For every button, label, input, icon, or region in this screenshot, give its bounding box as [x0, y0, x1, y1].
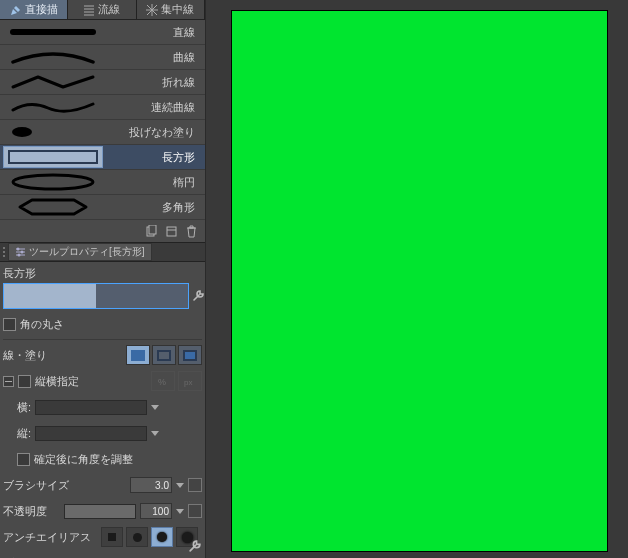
property-tab[interactable]: ツールプロパティ[長方形] [8, 243, 152, 261]
svg-point-20 [18, 253, 21, 256]
aspect-label: 縦横指定 [35, 374, 79, 389]
tool-label: 曲線 [103, 50, 205, 65]
antialias-label: アンチエイリアス [3, 530, 91, 545]
tool-lasso-fill[interactable]: 投げなわ塗り [0, 120, 205, 145]
row-opacity: 不透明度 100 [3, 500, 202, 522]
svg-point-11 [13, 175, 93, 189]
aa-none[interactable] [101, 527, 123, 547]
row-aspect-h: 縦: [17, 422, 202, 444]
tool-label: 直線 [103, 25, 205, 40]
brush-size-label: ブラシサイズ [3, 478, 69, 493]
tab-label: 直接描 [25, 2, 58, 17]
tab-label: 流線 [98, 2, 120, 17]
settings-wrench-icon[interactable] [188, 539, 202, 555]
tool-label: 長方形 [103, 150, 205, 165]
canvas[interactable] [231, 10, 608, 552]
tool-preview [3, 171, 103, 193]
row-brush-size: ブラシサイズ 3.0 [3, 474, 202, 496]
tool-polyline[interactable]: 折れ線 [0, 70, 205, 95]
row-roundness: 角の丸さ [3, 313, 202, 335]
svg-point-19 [21, 250, 24, 253]
svg-rect-13 [149, 225, 156, 234]
tool-preview [3, 71, 103, 93]
tool-rectangle[interactable]: 長方形 [0, 145, 205, 170]
line-fill-label: 線・塗り [3, 348, 47, 363]
svg-point-15 [3, 247, 5, 249]
tool-label: 多角形 [103, 200, 205, 215]
brush-preview[interactable] [3, 283, 189, 309]
brush-size-dynamics[interactable] [188, 478, 202, 492]
roundness-checkbox[interactable] [3, 318, 16, 331]
tool-label: 折れ線 [103, 75, 205, 90]
brush-size-value[interactable]: 3.0 [130, 477, 172, 493]
svg-text:px: px [184, 378, 192, 387]
opacity-slider[interactable] [64, 504, 136, 519]
dropdown-icon[interactable] [151, 405, 159, 410]
tool-continuous-curve[interactable]: 連続曲線 [0, 95, 205, 120]
trash-icon[interactable] [183, 223, 199, 239]
dropdown-icon[interactable] [151, 431, 159, 436]
tool-property-panel: 長方形 角の丸さ 線・塗り [0, 262, 205, 558]
line-fill-modes [126, 345, 202, 365]
tab-focus-lines[interactable]: 集中線 [137, 0, 205, 19]
mode-outline[interactable] [152, 345, 176, 365]
aspect-w-slider[interactable] [35, 400, 147, 415]
tool-curve[interactable]: 曲線 [0, 45, 205, 70]
tab-direct-draw[interactable]: 直接描 [0, 0, 68, 19]
svg-rect-22 [158, 351, 170, 360]
tool-preview [3, 96, 103, 118]
row-antialias: アンチエイリアス [3, 526, 202, 548]
aspect-h-slider[interactable] [35, 426, 147, 441]
svg-rect-21 [131, 350, 145, 361]
tool-preview [3, 46, 103, 68]
stream-lines-icon [83, 4, 95, 16]
aspect-ratio-icon[interactable]: % [151, 371, 175, 391]
aspect-checkbox[interactable] [18, 375, 31, 388]
aspect-w-label: 横: [17, 400, 31, 415]
wrench-icon[interactable] [192, 289, 205, 304]
mode-both[interactable] [178, 345, 202, 365]
svg-line-0 [147, 5, 152, 10]
svg-line-2 [147, 10, 152, 15]
tool-label: 楕円 [103, 175, 205, 190]
tab-label: 集中線 [161, 2, 194, 17]
aspect-expander[interactable] [3, 376, 14, 387]
aspect-h-label: 縦: [17, 426, 31, 441]
canvas-area[interactable] [206, 0, 628, 558]
adjust-after-label: 確定後に角度を調整 [34, 452, 133, 467]
dropdown-icon[interactable] [176, 483, 184, 488]
mode-fill[interactable] [126, 345, 150, 365]
adjust-after-checkbox[interactable] [17, 453, 30, 466]
new-icon[interactable] [163, 223, 179, 239]
tool-line[interactable]: 直線 [0, 20, 205, 45]
tool-polygon[interactable]: 多角形 [0, 195, 205, 220]
opacity-value[interactable]: 100 [140, 503, 172, 519]
tool-label: 連続曲線 [103, 100, 205, 115]
svg-point-16 [3, 251, 5, 253]
property-tab-label: ツールプロパティ[長方形] [29, 245, 145, 259]
svg-rect-23 [184, 351, 196, 360]
opacity-dynamics[interactable] [188, 504, 202, 518]
aa-medium[interactable] [151, 527, 173, 547]
focus-lines-icon [146, 4, 158, 16]
aspect-px-icon[interactable]: px [178, 371, 202, 391]
svg-line-3 [152, 10, 157, 15]
row-aspect-w: 横: [17, 396, 202, 418]
svg-rect-10 [9, 151, 97, 163]
tool-ellipse[interactable]: 楕円 [0, 170, 205, 195]
aa-weak[interactable] [126, 527, 148, 547]
tool-list: 直線 曲線 折れ線 連続曲線 投げなわ塗り 長方形 [0, 20, 205, 220]
svg-line-1 [152, 5, 157, 10]
row-adjust-after: 確定後に角度を調整 [17, 448, 202, 470]
row-line-fill: 線・塗り [3, 344, 202, 366]
tab-stream-lines[interactable]: 流線 [68, 0, 136, 19]
roundness-label: 角の丸さ [20, 317, 64, 332]
property-tab-bar: ツールプロパティ[長方形] [0, 242, 205, 262]
svg-text:%: % [158, 377, 166, 387]
tool-preview [3, 21, 103, 43]
grip-icon[interactable] [0, 245, 8, 259]
property-heading: 長方形 [3, 264, 202, 283]
dropdown-icon[interactable] [176, 509, 184, 514]
opacity-label: 不透明度 [3, 504, 47, 519]
clipboard-icon[interactable] [143, 223, 159, 239]
